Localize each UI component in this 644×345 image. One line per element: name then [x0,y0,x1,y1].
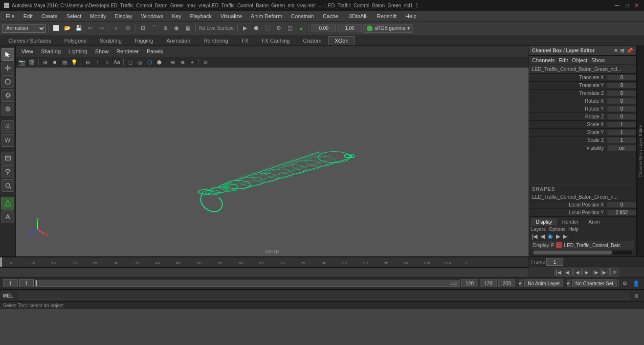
tab-sculpting[interactable]: Sculpting [93,36,128,45]
frame-slider[interactable]: 120 [35,280,460,287]
vp-menu-shading[interactable]: Shading [38,48,64,55]
layer-nav-last[interactable]: ▶| [562,233,569,240]
channel-val-tz[interactable]: 0 [607,91,636,96]
local-pos-y-val[interactable]: 2.852 [607,210,636,215]
save-scene-icon[interactable]: 💾 [74,23,84,33]
vp-aa-icon[interactable]: Aa [112,58,121,67]
tab-curves-surfaces[interactable]: Curves / Surfaces [2,36,57,45]
tab-fx-caching[interactable]: FX Caching [255,36,296,45]
paint-skin-btn[interactable] [1,210,14,223]
undo-icon[interactable]: ↩ [85,23,95,33]
menu-anim-deform[interactable]: Anim Deform [247,12,286,20]
snap-view-icon[interactable]: ▦ [183,23,193,33]
snap-curve-icon[interactable]: ⌒ [149,23,159,33]
vp-wireframe2-icon[interactable]: ⬢ [155,58,164,67]
channel-val-rx[interactable]: 0 [607,98,636,104]
vp-light-icon[interactable]: 💡 [70,58,79,67]
select-icon[interactable]: ▹ [111,23,121,33]
local-pos-x-val[interactable]: 0 [607,202,636,207]
lasso-icon[interactable]: ⊙ [123,23,133,33]
local-pos-y-row[interactable]: Local Position Y 2.852 [529,209,636,217]
channel-val-ty[interactable]: 0 [607,83,636,88]
layer-scrollbar-thumb[interactable] [533,251,612,254]
sculpt-btn[interactable] [1,179,14,192]
channel-scale-y[interactable]: Scale Y 1 [529,129,636,137]
channel-rotate-z[interactable]: Rotate Z 0 [529,113,636,121]
menu-playback[interactable]: Playback [186,12,216,20]
anim-pref-icon[interactable]: ⚙ [620,278,630,288]
layer-v-label[interactable]: Display [533,243,549,248]
gamma-display[interactable]: sRGB gamma ▾ [363,24,413,33]
select-tool-btn[interactable] [1,48,14,61]
snap-grid-icon[interactable]: ⊞ [138,23,148,33]
hypershade-icon[interactable]: ◫ [285,23,295,33]
ipr-icon[interactable]: ⬟ [251,23,261,33]
menu-help[interactable]: Help [401,12,421,20]
rt-current-frame[interactable] [546,258,563,266]
bp-tab-anim[interactable]: Anim [584,218,605,226]
vp-hud-icon[interactable]: ⊕ [168,58,177,67]
vp-solid-icon[interactable]: ■ [50,58,59,67]
vp-isolate-icon[interactable]: ⊘ [201,58,210,67]
scale-tool-btn[interactable] [1,89,14,102]
rotate-tool-btn[interactable] [1,75,14,88]
vp-camera-icon[interactable]: 📷 [18,58,26,67]
viewport[interactable]: View Shading Lighting Show Renderer Pane… [16,46,529,256]
tab-custom[interactable]: Custom [297,36,328,45]
channel-scale-x[interactable]: Scale X 1 [529,121,636,129]
vp-select-icon[interactable]: ◻ [126,58,134,67]
cb-expand-icon[interactable]: ⊞ [620,47,624,54]
mode-dropdown[interactable]: Animation [2,24,46,33]
circle-green-icon[interactable]: ● [296,23,306,33]
layer-nav-next[interactable]: ▶ [555,233,561,240]
vp-menu-show[interactable]: Show [92,48,112,55]
channel-val-tx[interactable]: 0 [607,75,636,80]
bp-tab-render[interactable]: Render [557,218,583,226]
vp-grid-icon[interactable]: ⊟ [83,58,92,67]
cb-menu-show[interactable]: Show [591,57,605,63]
bp-tab-display[interactable]: Display [531,218,557,226]
tab-rigging[interactable]: Rigging [129,36,159,45]
vp-motion-icon[interactable]: ≋ [178,58,187,67]
new-scene-icon[interactable]: ⬜ [51,23,61,33]
dp-menu-layers[interactable]: Layers [531,227,546,232]
frame-current-input[interactable] [19,279,34,287]
char-pref-icon[interactable]: 👤 [631,278,641,288]
menu-redshift[interactable]: Redshift [373,12,400,20]
menu-3dto[interactable]: -3DtoAll- [343,12,372,20]
menu-modify[interactable]: Modify [86,12,110,20]
channel-translate-y[interactable]: Translate Y 0 [529,82,636,90]
tab-xgen[interactable]: XGen [328,36,355,45]
snap-surface-icon[interactable]: ◉ [172,23,181,33]
cb-menu-edit[interactable]: Edit [558,57,568,63]
vp-menu-panels[interactable]: Panels [144,48,166,55]
show-hide-btn[interactable] [1,152,14,164]
channel-val-vis[interactable]: on [607,145,636,151]
paint-btn[interactable] [1,165,14,178]
cb-menu-object[interactable]: Object [572,57,587,63]
menu-display[interactable]: Display [111,12,136,20]
channel-visibility[interactable]: Visibility on [529,144,636,152]
frame-start-input[interactable] [3,279,18,287]
dp-menu-options[interactable]: Options [549,227,565,232]
channel-val-sx[interactable]: 1 [607,122,636,127]
tab-polygons[interactable]: Polygons [58,36,92,45]
vp-smooth-icon[interactable]: ○ [103,58,111,67]
soft-select-btn[interactable] [1,120,14,133]
snap-point-icon[interactable]: ⊕ [160,23,170,33]
menu-key[interactable]: Key [168,12,185,20]
open-scene-icon[interactable]: 📂 [63,23,72,33]
vp-menu-view[interactable]: View [19,48,36,55]
menu-create[interactable]: Create [38,12,62,20]
minimize-button[interactable]: ─ [614,2,621,9]
channel-rotate-x[interactable]: Rotate X 0 [529,97,636,105]
tab-rendering[interactable]: Rendering [197,36,235,45]
menu-constrain[interactable]: Constrain [287,12,318,20]
render-icon[interactable]: ▶ [240,23,250,33]
tab-animation[interactable]: Animation [160,36,197,45]
local-pos-x-row[interactable]: Local Position X 0 [529,201,636,209]
move-tool-btn[interactable] [1,62,14,74]
cb-pin-icon[interactable]: 📌 [626,47,633,54]
pb-step-back[interactable]: ◀| [564,268,573,276]
vp-focus-icon[interactable]: ◎ [135,58,144,67]
